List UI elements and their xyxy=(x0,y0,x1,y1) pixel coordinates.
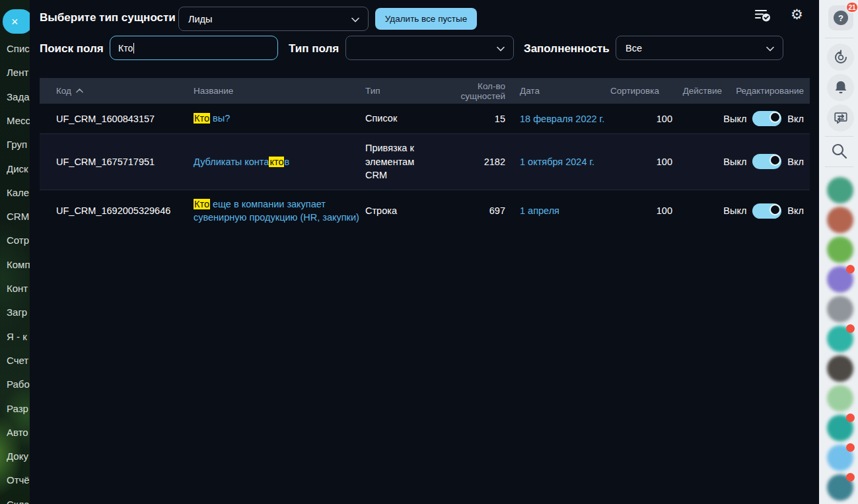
global-search-button[interactable] xyxy=(830,142,848,160)
notification-badge: 21 xyxy=(845,1,858,13)
field-action xyxy=(677,155,725,169)
field-type-select[interactable] xyxy=(345,36,514,60)
avatar xyxy=(827,207,853,233)
chat-avatar[interactable] xyxy=(827,207,853,233)
field-sort-value: 100 xyxy=(606,149,677,174)
divider xyxy=(825,38,853,38)
field-code: UF_CRM_1675717951 xyxy=(40,149,188,174)
field-type: Строка xyxy=(365,205,397,216)
toggle-off-label: Выкл xyxy=(723,114,746,124)
field-search-label: Поиск поля xyxy=(40,42,104,55)
chat-avatar[interactable] xyxy=(827,445,853,471)
field-type-label: Тип поля xyxy=(289,42,339,55)
divider xyxy=(825,166,853,167)
column-header-type[interactable]: Тип xyxy=(360,83,434,98)
left-sidebar: СписЛентЗадаМессГрупДискКалеCRMСотрКомпК… xyxy=(0,0,30,504)
sort-asc-icon xyxy=(76,89,83,93)
messenger-button[interactable] xyxy=(827,104,854,131)
search-highlight: кто xyxy=(269,157,284,167)
fields-admin-panel: Выберите тип сущности Лиды Удалить все п… xyxy=(30,0,819,504)
column-header-name[interactable]: Название xyxy=(188,83,360,98)
unread-badge xyxy=(846,473,855,482)
field-action xyxy=(677,203,725,218)
unread-badge xyxy=(846,324,855,333)
bell-icon xyxy=(834,80,848,95)
field-date-link[interactable]: 18 февраля 2022 г. xyxy=(520,114,604,124)
close-button[interactable]: × xyxy=(3,9,33,34)
fullness-select[interactable]: Все xyxy=(616,36,783,60)
avatar xyxy=(827,236,853,263)
search-highlight: Кто xyxy=(194,199,210,209)
chevron-down-icon xyxy=(766,46,774,52)
chat-avatar[interactable] xyxy=(827,326,853,352)
chat-avatar[interactable] xyxy=(827,236,853,263)
field-name-link[interactable]: Кто вы? xyxy=(194,113,230,124)
table-row: UF_CRM_1600843157 Кто вы? Список 15 18 ф… xyxy=(40,104,810,133)
edit-toggle[interactable] xyxy=(752,111,781,126)
table-row: UF_CRM_1692005329646 Кто еще в компании … xyxy=(40,190,810,232)
question-icon: ? xyxy=(834,11,848,25)
chevron-down-icon xyxy=(497,46,505,52)
fullness-value: Все xyxy=(626,43,642,54)
entity-count: 15 xyxy=(434,106,512,131)
edit-toggle[interactable] xyxy=(752,203,781,219)
column-header-sort[interactable]: Сортировка xyxy=(606,83,677,98)
toggle-knob xyxy=(769,204,781,215)
field-sort-value: 100 xyxy=(606,198,677,223)
toggle-on-label: Вкл xyxy=(787,205,804,216)
field-name-link[interactable]: Кто еще в компании закупает сувенирную п… xyxy=(194,199,359,223)
field-type: Привязка к элементам CRM xyxy=(365,143,414,180)
toggle-off-label: Выкл xyxy=(723,157,746,167)
chevron-down-icon xyxy=(351,17,359,22)
delete-all-empty-button[interactable]: Удалить все пустые xyxy=(375,8,477,30)
field-code: UF_CRM_1692005329646 xyxy=(40,198,188,223)
entity-count: 2182 xyxy=(434,149,512,174)
toggle-on-label: Вкл xyxy=(787,114,804,124)
entity-type-label: Выберите тип сущности xyxy=(40,11,176,24)
chat-avatar[interactable] xyxy=(827,474,853,501)
unread-badge xyxy=(846,414,855,422)
field-date-link[interactable]: 1 апреля xyxy=(520,205,559,216)
column-header-action[interactable]: Действие xyxy=(677,83,725,98)
chat-avatar[interactable] xyxy=(827,415,853,441)
field-date-link[interactable]: 1 октября 2024 г. xyxy=(520,157,594,167)
column-header-count[interactable]: Кол-во сущностей xyxy=(434,79,512,104)
worktime-button[interactable] xyxy=(827,44,854,71)
chat-avatar[interactable] xyxy=(827,296,853,322)
field-search-input[interactable]: Кто xyxy=(110,36,278,60)
chat-arrows-icon xyxy=(833,110,849,126)
toggle-knob xyxy=(769,112,781,123)
chat-avatar[interactable] xyxy=(827,266,853,293)
column-header-edit[interactable]: Редактирование xyxy=(725,83,810,98)
table-header: Код Название Тип Кол-во сущностей Дата С… xyxy=(40,78,810,104)
avatar xyxy=(827,385,853,412)
search-icon xyxy=(830,142,848,160)
entity-count: 697 xyxy=(434,198,512,223)
field-sort-value: 100 xyxy=(606,106,677,131)
notifications-button[interactable] xyxy=(827,74,854,101)
fullness-label: Заполненность xyxy=(524,42,610,55)
field-code: UF_CRM_1600843157 xyxy=(40,106,188,131)
chat-avatar[interactable] xyxy=(827,177,853,203)
table-row: UF_CRM_1675717951 Дубликаты контактов Пр… xyxy=(40,133,810,190)
unread-badge xyxy=(846,265,855,273)
field-type: Список xyxy=(365,113,397,124)
column-header-code[interactable]: Код xyxy=(40,83,188,98)
entity-type-select[interactable]: Лиды xyxy=(178,7,369,31)
edit-toggle[interactable] xyxy=(752,154,781,169)
text-caret xyxy=(133,43,134,54)
chat-avatar[interactable] xyxy=(827,355,853,382)
avatar xyxy=(827,296,853,322)
field-action xyxy=(677,112,725,126)
entity-type-value: Лиды xyxy=(188,14,213,24)
filter-list-check-icon[interactable] xyxy=(754,9,771,25)
field-name-link[interactable]: Дубликаты контактов xyxy=(194,157,289,167)
gear-icon[interactable]: ⚙ xyxy=(791,7,803,21)
help-button[interactable]: ? 21 xyxy=(828,5,853,30)
avatar xyxy=(827,177,853,203)
column-header-date[interactable]: Дата xyxy=(512,83,606,98)
right-toolbar: ? 21 xyxy=(819,0,858,504)
fields-table: Код Название Тип Кол-во сущностей Дата С… xyxy=(40,78,810,232)
chat-avatar[interactable] xyxy=(827,385,853,412)
unread-badge xyxy=(846,443,855,452)
